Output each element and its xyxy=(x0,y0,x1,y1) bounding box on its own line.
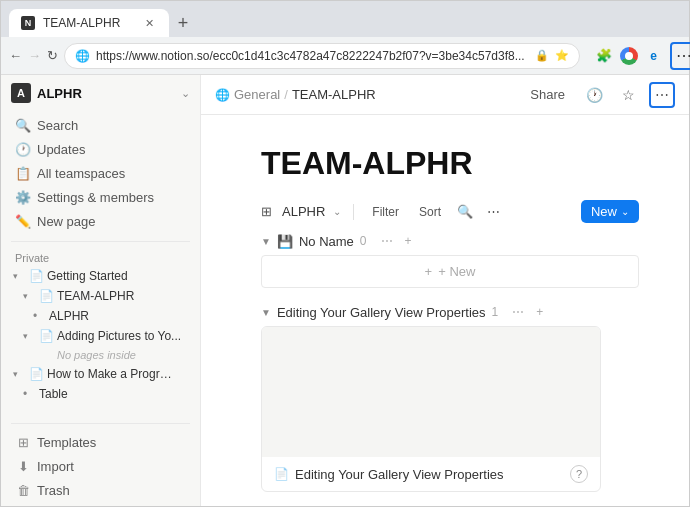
add-new-label: + New xyxy=(438,264,475,279)
new-tab-button[interactable]: + xyxy=(169,9,197,37)
chevron-icon: ▾ xyxy=(13,271,25,281)
bullet-icon: • xyxy=(23,387,35,401)
browser-frame: N TEAM-ALPHR ✕ + ← → ↻ 🌐 https://www.not… xyxy=(0,0,690,507)
updates-icon: 🕐 xyxy=(15,141,31,157)
chevron-icon: ▾ xyxy=(23,291,35,301)
back-button[interactable]: ← xyxy=(9,44,22,68)
sidebar-item-updates[interactable]: 🕐 Updates xyxy=(5,137,196,161)
add-new-row-button[interactable]: + + New xyxy=(261,255,639,288)
gallery-card-image xyxy=(262,327,600,457)
browser-menu-button[interactable]: ⋯ xyxy=(670,42,690,70)
db-more-button[interactable]: ⋯ xyxy=(483,202,504,221)
share-button[interactable]: Share xyxy=(522,83,573,106)
section-gallery-title: Editing Your Gallery View Properties xyxy=(277,305,486,320)
page-content: TEAM-ALPHR ⊞ ALPHR ⌄ Filter Sort 🔍 ⋯ New… xyxy=(201,115,689,506)
page-icon: 📄 xyxy=(29,367,43,381)
workspace-header[interactable]: A ALPHR ⌄ xyxy=(1,75,200,111)
tree-item-alphr[interactable]: • ALPHR xyxy=(5,306,196,326)
private-section-label: Private xyxy=(1,248,200,266)
tab-bar: N TEAM-ALPHR ✕ + xyxy=(1,1,689,37)
section-action-add[interactable]: + xyxy=(401,233,416,249)
tree-item-getting-started[interactable]: ▾ 📄 Getting Started xyxy=(5,266,196,286)
topbar: 🌐 General / TEAM-ALPHR Share 🕐 ☆ ⋯ xyxy=(201,75,689,115)
section-count: 0 xyxy=(360,234,367,248)
filter-button[interactable]: Filter xyxy=(366,203,405,221)
url-text: https://www.notion.so/ecc0c1d41c3c4782a4… xyxy=(96,49,525,63)
teamspaces-label: All teamspaces xyxy=(37,166,125,181)
sidebar-item-import[interactable]: ⬇ Import xyxy=(5,454,196,478)
chevron-icon: ▾ xyxy=(13,369,25,379)
favorite-icon-button[interactable]: ☆ xyxy=(615,82,641,108)
breadcrumb-parent-icon: 🌐 xyxy=(215,88,230,102)
new-label: New xyxy=(591,204,617,219)
sidebar-item-newpage[interactable]: ✏️ New page xyxy=(5,209,196,233)
url-input[interactable]: 🌐 https://www.notion.so/ecc0c1d41c3c4782… xyxy=(64,43,580,69)
tree-item-how-to-progress[interactable]: ▾ 📄 How to Make a Progres... xyxy=(5,364,196,384)
section-gallery-dots[interactable]: ⋯ xyxy=(508,304,528,320)
tree-item-table[interactable]: • Table xyxy=(5,384,196,404)
section-actions: ⋯ + xyxy=(377,233,416,249)
section-gallery-toggle-icon[interactable]: ▼ xyxy=(261,307,271,318)
browser-extensions: 🧩 e ⋯ xyxy=(594,42,690,70)
gallery-card-footer: 📄 Editing Your Gallery View Properties ? xyxy=(262,457,600,491)
sidebar: A ALPHR ⌄ 🔍 Search 🕐 Updates 📋 All teams… xyxy=(1,75,201,506)
history-icon-button[interactable]: 🕐 xyxy=(581,82,607,108)
sidebar-bottom-divider xyxy=(11,423,190,424)
sidebar-item-templates[interactable]: ⊞ Templates xyxy=(5,430,196,454)
extension-chrome[interactable] xyxy=(620,47,638,65)
settings-label: Settings & members xyxy=(37,190,154,205)
gallery-card[interactable]: 📄 Editing Your Gallery View Properties ? xyxy=(261,326,601,492)
bullet-icon: • xyxy=(33,309,45,323)
templates-icon: ⊞ xyxy=(15,434,31,450)
section-no-name: ▼ 💾 No Name 0 ⋯ + + + New xyxy=(261,233,639,288)
page-title: TEAM-ALPHR xyxy=(261,145,639,182)
tree-item-team-alphr[interactable]: ▾ 📄 TEAM-ALPHR xyxy=(5,286,196,306)
chevron-icon: ▾ xyxy=(23,331,35,341)
no-pages-label: No pages inside xyxy=(57,349,136,361)
extension-puzzle[interactable]: 🧩 xyxy=(594,46,614,66)
tree-item-adding-pictures[interactable]: ▾ 📄 Adding Pictures to Yo... xyxy=(5,326,196,346)
section-gallery-add[interactable]: + xyxy=(532,304,547,320)
tree-item-label: ALPHR xyxy=(49,309,89,323)
gallery-card-help-button[interactable]: ? xyxy=(570,465,588,483)
sidebar-item-teamspaces[interactable]: 📋 All teamspaces xyxy=(5,161,196,185)
new-entry-button[interactable]: New ⌄ xyxy=(581,200,639,223)
breadcrumb: 🌐 General / TEAM-ALPHR xyxy=(215,87,516,102)
more-options-button[interactable]: ⋯ xyxy=(649,82,675,108)
sort-button[interactable]: Sort xyxy=(413,203,447,221)
db-view-icon: ⊞ xyxy=(261,204,272,219)
main-content: 🌐 General / TEAM-ALPHR Share 🕐 ☆ ⋯ TEAM-… xyxy=(201,75,689,506)
app-container: A ALPHR ⌄ 🔍 Search 🕐 Updates 📋 All teams… xyxy=(1,75,689,506)
breadcrumb-parent: General xyxy=(234,87,280,102)
tree-item-label: Adding Pictures to Yo... xyxy=(57,329,181,343)
updates-label: Updates xyxy=(37,142,85,157)
add-new-plus-icon: + xyxy=(425,264,433,279)
tree-item-label: How to Make a Progres... xyxy=(47,367,177,381)
newpage-label: New page xyxy=(37,214,96,229)
extension-edge[interactable]: e xyxy=(644,46,664,66)
sidebar-item-trash[interactable]: 🗑 Trash xyxy=(5,478,196,502)
reload-button[interactable]: ↻ xyxy=(47,44,58,68)
db-name[interactable]: ALPHR xyxy=(282,204,325,219)
tab-favicon: N xyxy=(21,16,35,30)
settings-icon: ⚙️ xyxy=(15,189,31,205)
topbar-actions: Share 🕐 ☆ ⋯ xyxy=(522,82,675,108)
active-tab[interactable]: N TEAM-ALPHR ✕ xyxy=(9,9,169,37)
tab-title: TEAM-ALPHR xyxy=(43,16,120,30)
db-search-button[interactable]: 🔍 xyxy=(455,202,475,222)
sidebar-item-settings[interactable]: ⚙️ Settings & members xyxy=(5,185,196,209)
teamspaces-icon: 📋 xyxy=(15,165,31,181)
page-icon: 📄 xyxy=(29,269,43,283)
database-toolbar: ⊞ ALPHR ⌄ Filter Sort 🔍 ⋯ New ⌄ xyxy=(261,200,639,223)
new-button-chevron-icon: ⌄ xyxy=(621,206,629,217)
breadcrumb-current: TEAM-ALPHR xyxy=(292,87,376,102)
section-action-dots[interactable]: ⋯ xyxy=(377,233,397,249)
sidebar-item-search[interactable]: 🔍 Search xyxy=(5,113,196,137)
section-toggle-icon[interactable]: ▼ xyxy=(261,236,271,247)
gallery-card-page-icon: 📄 xyxy=(274,467,289,481)
breadcrumb-separator: / xyxy=(284,87,288,102)
forward-button[interactable]: → xyxy=(28,44,41,68)
tab-close-button[interactable]: ✕ xyxy=(141,15,157,31)
tree-item-no-pages: No pages inside xyxy=(5,346,196,364)
import-label: Import xyxy=(37,459,74,474)
